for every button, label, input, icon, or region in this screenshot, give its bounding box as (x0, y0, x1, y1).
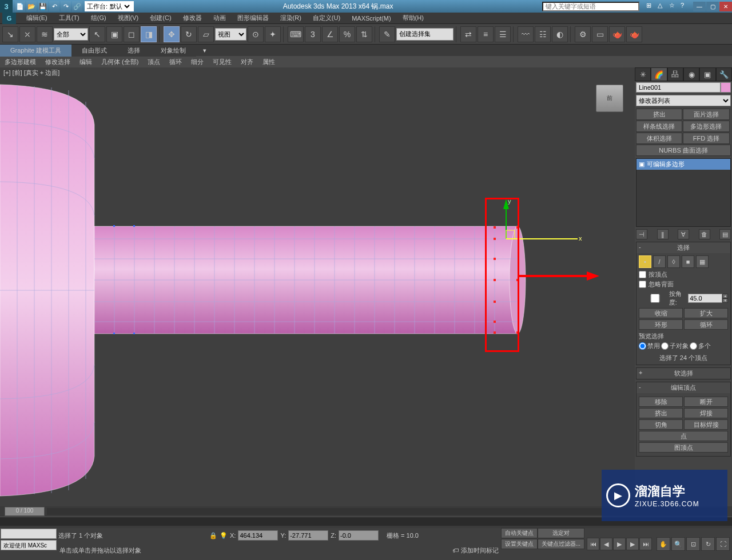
btn-loop[interactable]: 循环 (684, 319, 728, 330)
sub-align[interactable]: 对齐 (236, 56, 258, 68)
snap-angle-icon[interactable]: ∠ (322, 26, 338, 42)
stack-item-editablepoly[interactable]: ▣ 可编辑多边形 (636, 159, 730, 170)
render-frame-icon[interactable]: ▭ (592, 26, 608, 42)
tab-freeform[interactable]: 自由形式 (71, 45, 117, 57)
btn-grow[interactable]: 扩大 (684, 308, 728, 318)
bind-spacewarp-icon[interactable]: ≋ (37, 26, 53, 42)
tab-create-icon[interactable]: ✳ (635, 67, 651, 81)
btn-ring[interactable]: 环形 (639, 319, 683, 330)
app-menu-icon[interactable]: G (2, 13, 16, 24)
goto-start-icon[interactable]: ⏮ (587, 538, 599, 550)
menu-help[interactable]: 帮助(H) (397, 13, 429, 23)
render-prod-icon[interactable]: 🫖 (626, 26, 642, 42)
spinner-up-icon[interactable]: ▲ (722, 294, 728, 298)
object-name-input[interactable] (636, 82, 721, 93)
sub-geometry[interactable]: 几何体 (全部) (97, 56, 143, 68)
unlink-icon[interactable]: ⤫ (19, 26, 35, 42)
btn-chamfer[interactable]: 切角 (639, 419, 683, 430)
pan-icon[interactable]: ✋ (657, 537, 670, 551)
chk-ignore-backfacing[interactable]: 忽略背面 (639, 280, 728, 289)
subobj-element-icon[interactable]: ▦ (696, 255, 709, 268)
new-icon[interactable]: 📄 (15, 1, 25, 11)
menu-group[interactable]: 组(G) (85, 13, 112, 23)
move-icon[interactable]: ✥ (164, 26, 180, 42)
btn-shrink[interactable]: 收缩 (639, 308, 683, 318)
open-icon[interactable]: 📂 (26, 1, 37, 11)
maximize-viewport-icon[interactable]: ⛶ (716, 537, 730, 551)
pivot-icon[interactable]: ⊙ (248, 26, 264, 42)
rollout-head-softsel[interactable]: +软选择 (636, 368, 730, 379)
selected-obj-button[interactable]: 选定对 (538, 528, 584, 538)
radio-multi[interactable]: 多个 (690, 342, 711, 350)
btn-polysel[interactable]: 多边形选择 (683, 121, 729, 132)
make-unique-icon[interactable]: ∀ (678, 229, 689, 239)
scale-icon[interactable]: ▱ (198, 26, 214, 42)
close-button[interactable]: ✕ (719, 2, 732, 11)
menu-create[interactable]: 创建(C) (144, 13, 177, 23)
workspace-dropdown[interactable]: 默认 (108, 2, 132, 11)
zoom-icon[interactable]: 🔍 (671, 537, 685, 551)
rollout-head-selection[interactable]: -选择 (636, 242, 730, 253)
btn-nurbssel[interactable]: NURBS 曲面选择 (636, 145, 731, 156)
modifier-stack[interactable]: ▣ 可编辑多边形 (636, 158, 731, 227)
select-region-icon[interactable]: ◻ (124, 26, 140, 42)
radio-disabled[interactable]: 禁用 (639, 342, 660, 350)
sub-subdiv[interactable]: 细分 (186, 56, 208, 68)
orbit-icon[interactable]: ↻ (701, 537, 715, 551)
coord-y-input[interactable] (288, 530, 328, 541)
sub-loop[interactable]: 循环 (165, 56, 186, 68)
minimize-button[interactable]: — (693, 2, 706, 11)
named-selection-set[interactable] (396, 28, 453, 41)
btn-remove[interactable]: 移除 (639, 397, 683, 407)
play-icon[interactable]: ▶ (613, 538, 626, 550)
auto-key-button[interactable]: 自动关键点 (501, 528, 538, 538)
key-filters-button[interactable]: 关键点过滤器... (538, 539, 584, 549)
tab-selection[interactable]: 选择 (117, 45, 150, 57)
sub-polymodel[interactable]: 多边形建模 (0, 56, 41, 68)
redo-icon[interactable]: ↷ (61, 1, 71, 11)
select-name-icon[interactable]: ▣ (106, 26, 122, 42)
viewport-front[interactable]: [+] [前] [真实 + 边面] 前 (0, 67, 635, 506)
btn-extra2[interactable]: 图顶点 (639, 442, 728, 453)
search-input[interactable] (542, 2, 639, 11)
spinner-down-icon[interactable]: ▼ (722, 298, 728, 303)
next-frame-icon[interactable]: ▶ (626, 538, 639, 550)
sub-edit[interactable]: 编辑 (75, 56, 97, 68)
mirror-icon[interactable]: ⇄ (460, 26, 476, 42)
edit-named-sel-icon[interactable]: ✎ (379, 26, 395, 42)
workspace-selector[interactable]: 工作台: 默认 (85, 1, 134, 11)
btn-extrude[interactable]: 挤出 (639, 408, 683, 418)
maximize-button[interactable]: ▢ (706, 2, 719, 11)
render-icon[interactable]: 🫖 (609, 26, 625, 42)
set-key-button[interactable]: 设置关键点 (501, 539, 538, 549)
subobj-polygon-icon[interactable]: ■ (682, 255, 694, 268)
select-object-icon[interactable]: ↖ (89, 26, 105, 42)
tab-paint[interactable]: 对象绘制 (150, 45, 196, 57)
btn-patchsel[interactable]: 面片选择 (683, 109, 729, 120)
goto-end-icon[interactable]: ⏭ (639, 538, 652, 550)
menu-modifiers[interactable]: 修改器 (177, 13, 208, 23)
sub-vertex[interactable]: 顶点 (143, 56, 165, 68)
btn-target-weld[interactable]: 目标焊接 (684, 419, 728, 430)
render-setup-icon[interactable]: ⚙ (575, 26, 591, 42)
isolate-icon[interactable]: 💡 (220, 532, 228, 539)
icon-1[interactable]: ⊞ (646, 2, 655, 11)
btn-extra1[interactable]: 点 (639, 431, 728, 441)
star-icon[interactable]: ☆ (669, 2, 678, 11)
align-icon[interactable]: ≡ (478, 26, 494, 42)
material-editor-icon[interactable]: ◐ (552, 26, 568, 42)
add-time-tag[interactable]: 添加时间标记 (461, 546, 499, 555)
show-result-icon[interactable]: ‖ (657, 229, 669, 239)
prev-frame-icon[interactable]: ◀ (600, 538, 612, 550)
menu-maxscript[interactable]: MAXScript(M) (346, 14, 396, 23)
window-crossing-icon[interactable]: ◨ (141, 26, 157, 42)
time-tag-icon[interactable]: 🏷 (452, 547, 459, 554)
menu-tools[interactable]: 工具(T) (53, 13, 85, 23)
tab-graphite[interactable]: Graphite 建模工具 (0, 45, 71, 57)
ref-coord-system[interactable]: 视图 (215, 28, 246, 41)
rotate-icon[interactable]: ↻ (181, 26, 197, 42)
snap-3d-icon[interactable]: 3 (305, 26, 321, 42)
curve-editor-icon[interactable]: 〰 (518, 26, 534, 42)
coord-z-input[interactable] (339, 530, 379, 541)
sub-props[interactable]: 属性 (258, 56, 280, 68)
